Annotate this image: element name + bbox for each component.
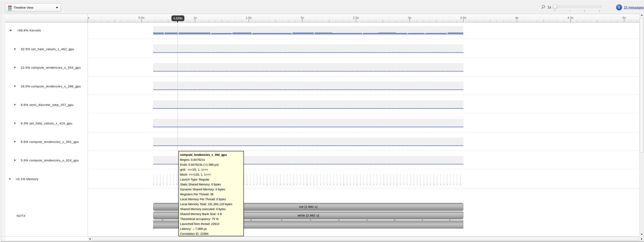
kernel-activity-band bbox=[153, 119, 463, 127]
timeline-canvas[interactable]: init [2.882 s]while [2.882 s] bbox=[88, 22, 639, 237]
zoom-slider-tick bbox=[570, 10, 570, 12]
view-selector-dropdown[interactable]: Timeline View bbox=[5, 3, 61, 12]
vertical-scrollbar-thumb[interactable] bbox=[640, 18, 644, 153]
memory-dash bbox=[357, 184, 357, 184]
kernel-strip-cap bbox=[426, 33, 447, 33]
expander-collapsed-icon[interactable] bbox=[14, 159, 16, 161]
ruler-tick bbox=[289, 21, 289, 22]
memory-dash bbox=[163, 184, 164, 184]
memory-transfer-tick bbox=[437, 174, 438, 184]
kernels-activity-band bbox=[153, 26, 463, 33]
tooltip-line: Latency: ←7.089 μs bbox=[180, 226, 242, 231]
ruler-tick bbox=[255, 21, 256, 22]
memory-dash bbox=[400, 184, 401, 184]
ruler-tick bbox=[389, 21, 390, 22]
expander-collapsed-icon[interactable] bbox=[14, 85, 16, 87]
memory-dash bbox=[417, 184, 417, 184]
memory-dash bbox=[377, 184, 378, 184]
zoom-slider-handle[interactable] bbox=[553, 5, 557, 9]
memory-transfer-tick bbox=[170, 174, 171, 184]
memory-dash bbox=[310, 184, 311, 184]
memory-transfer-tick bbox=[154, 174, 154, 184]
memory-transfer-tick bbox=[400, 174, 401, 184]
panel-splitter[interactable] bbox=[88, 14, 88, 237]
tree-row-0-1-memory[interactable]: <0.1% Memory bbox=[5, 177, 88, 181]
tree-row-32-5-set-halo-values-z-462-gpu[interactable]: 32.5% set_halo_values_z_462_gpu bbox=[5, 47, 88, 51]
tree-row-label: 9.6% semi_discrete_step_257_gpu bbox=[21, 103, 74, 107]
arrow-right-icon bbox=[641, 238, 642, 240]
memory-dash bbox=[280, 184, 280, 184]
memory-transfer-tick bbox=[374, 174, 374, 184]
tree-row-5-5-compute-tendencies-x-324-gpu[interactable]: 5.5% compute_tendencies_x_324_gpu bbox=[5, 158, 88, 162]
memory-dash bbox=[380, 184, 381, 184]
cursor-time-badge: 0.839s bbox=[172, 16, 184, 21]
memory-transfer-tick bbox=[160, 174, 160, 184]
expander-collapsed-icon[interactable] bbox=[14, 104, 16, 106]
expander-collapsed-icon[interactable] bbox=[14, 48, 16, 50]
memory-transfer-tick bbox=[330, 174, 330, 184]
tree-row-18-0-compute-tendencies-x-286-gpu[interactable]: 18.0% compute_tendencies_x_286_gpu bbox=[5, 84, 88, 88]
kernel-event-line bbox=[153, 71, 463, 72]
memory-transfer-tick bbox=[460, 174, 461, 184]
memory-transfer-tick bbox=[420, 174, 421, 184]
ruler-tick bbox=[202, 21, 202, 22]
kernel-event-line bbox=[153, 145, 463, 146]
memory-transfer-tick bbox=[277, 174, 277, 184]
memory-dash bbox=[354, 184, 354, 184]
memory-transfer-tick bbox=[393, 174, 394, 184]
ruler-tick bbox=[382, 20, 383, 22]
memory-dash bbox=[347, 184, 348, 184]
tree-row-label: <0.1% Memory bbox=[16, 177, 38, 181]
ruler-tick bbox=[423, 21, 423, 22]
kernel-strip-gap bbox=[314, 33, 314, 34]
horizontal-scrollbar[interactable] bbox=[88, 237, 644, 241]
scroll-left-button[interactable] bbox=[88, 237, 92, 241]
scroll-down-button[interactable] bbox=[640, 232, 644, 237]
tooltip-line: Theoretical occupancy: 75 % bbox=[180, 216, 242, 221]
memory-transfer-tick bbox=[173, 174, 174, 184]
horizontal-scrollbar-thumb[interactable] bbox=[92, 237, 638, 241]
kernel-strip-cap bbox=[347, 33, 362, 33]
memory-transfer-tick bbox=[157, 174, 157, 184]
ruler-tick-label: 4s bbox=[515, 16, 518, 20]
tree-row-6-3-set-halo-values-x-419-gpu[interactable]: 6.3% set_halo_values_x_419_gpu bbox=[5, 121, 88, 126]
memory-transfer-tick bbox=[317, 174, 317, 184]
scroll-up-button[interactable] bbox=[640, 13, 644, 17]
expander-expanded-icon[interactable] bbox=[10, 30, 12, 31]
memory-dash bbox=[260, 184, 261, 184]
ruler-tick bbox=[114, 20, 115, 22]
tree-row-99-9-kernels[interactable]: >99.9% Kernels bbox=[5, 28, 88, 33]
ruler-tick-label: 3.5s bbox=[460, 16, 466, 20]
memory-dash bbox=[340, 184, 341, 184]
memory-transfer-tick bbox=[350, 174, 351, 184]
ruler-tick bbox=[242, 21, 242, 22]
expander-collapsed-icon[interactable] bbox=[14, 141, 16, 143]
zoom-slider-tick bbox=[599, 10, 600, 12]
memory-transfer-tick bbox=[280, 174, 280, 184]
track-tree-panel: >99.9% Kernels32.5% set_halo_values_z_46… bbox=[5, 22, 88, 237]
kernel-activity-band bbox=[153, 63, 463, 71]
ruler-tick bbox=[188, 21, 188, 22]
memory-transfer-tick bbox=[306, 174, 307, 184]
memory-dash bbox=[287, 184, 287, 184]
tree-row-nvtx[interactable]: NVTX bbox=[5, 214, 88, 218]
row-separator bbox=[88, 113, 639, 113]
kernel-activity-band bbox=[153, 138, 463, 145]
tree-row-9-6-semi-discrete-step-257-gpu[interactable]: 9.6% semi_discrete_step_257_gpu bbox=[5, 103, 88, 107]
ruler-tick bbox=[470, 21, 470, 22]
expander-collapsed-icon[interactable] bbox=[10, 178, 11, 180]
vertical-scrollbar[interactable] bbox=[640, 13, 644, 237]
scroll-right-button[interactable] bbox=[640, 237, 644, 241]
expander-collapsed-icon[interactable] bbox=[14, 122, 16, 124]
tree-row-22-5-compute-tendencies-z-354-gpu[interactable]: 22.5% compute_tendencies_z_354_gpu bbox=[5, 66, 88, 70]
memory-dash bbox=[364, 184, 364, 184]
zoom-slider[interactable] bbox=[554, 6, 601, 8]
messages-link[interactable]: 15 messages bbox=[624, 5, 644, 10]
memory-transfer-tick bbox=[380, 174, 381, 184]
ruler-tick bbox=[590, 21, 591, 22]
ruler-tick bbox=[557, 21, 557, 22]
expander-collapsed-icon[interactable] bbox=[14, 66, 16, 68]
row-separator bbox=[88, 169, 639, 169]
info-icon[interactable]: i bbox=[616, 4, 622, 10]
tree-row-5-6-compute-tendencies-z-392-gpu[interactable]: 5.6% compute_tendencies_z_392_gpu bbox=[5, 140, 88, 144]
